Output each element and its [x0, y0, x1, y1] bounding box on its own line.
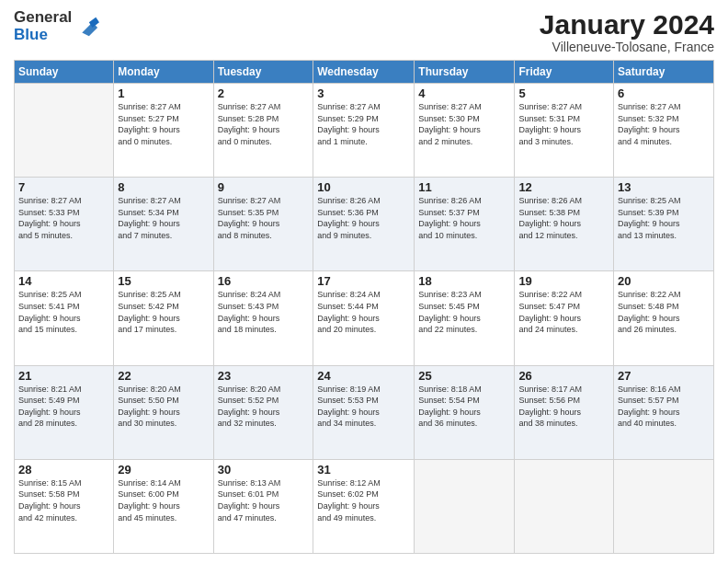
day-number: 10	[317, 180, 410, 194]
day-info: Sunrise: 8:20 AM Sunset: 5:52 PM Dayligh…	[218, 384, 310, 430]
day-number: 19	[518, 274, 609, 288]
day-number: 4	[418, 86, 510, 100]
day-number: 6	[618, 86, 710, 100]
day-number: 12	[518, 180, 609, 194]
header-wednesday: Wednesday	[313, 61, 415, 84]
day-number: 23	[218, 369, 310, 383]
calendar-cell: 4Sunrise: 8:27 AM Sunset: 5:30 PM Daylig…	[415, 84, 515, 178]
calendar-cell: 22Sunrise: 8:20 AM Sunset: 5:50 PM Dayli…	[114, 365, 213, 459]
day-info: Sunrise: 8:13 AM Sunset: 6:01 PM Dayligh…	[218, 477, 310, 523]
day-info: Sunrise: 8:27 AM Sunset: 5:35 PM Dayligh…	[218, 195, 310, 241]
day-number: 25	[418, 369, 510, 383]
day-info: Sunrise: 8:14 AM Sunset: 6:00 PM Dayligh…	[118, 477, 209, 523]
day-number: 11	[418, 180, 510, 194]
header-sunday: Sunday	[15, 61, 114, 84]
calendar-cell: 18Sunrise: 8:23 AM Sunset: 5:45 PM Dayli…	[415, 271, 515, 365]
day-number: 27	[618, 369, 710, 383]
day-number: 26	[518, 369, 609, 383]
day-number: 22	[118, 369, 209, 383]
calendar-week-0: 1Sunrise: 8:27 AM Sunset: 5:27 PM Daylig…	[15, 84, 714, 178]
page: General Blue January 2024 Villeneuve-Tol…	[0, 0, 728, 563]
day-info: Sunrise: 8:21 AM Sunset: 5:49 PM Dayligh…	[18, 384, 109, 430]
day-info: Sunrise: 8:15 AM Sunset: 5:58 PM Dayligh…	[18, 477, 109, 523]
day-info: Sunrise: 8:27 AM Sunset: 5:30 PM Dayligh…	[418, 101, 510, 147]
calendar-week-2: 14Sunrise: 8:25 AM Sunset: 5:41 PM Dayli…	[15, 271, 714, 365]
calendar-cell: 31Sunrise: 8:12 AM Sunset: 6:02 PM Dayli…	[313, 459, 415, 553]
day-number: 18	[418, 274, 510, 288]
day-info: Sunrise: 8:20 AM Sunset: 5:50 PM Dayligh…	[118, 384, 209, 430]
calendar-cell: 17Sunrise: 8:24 AM Sunset: 5:44 PM Dayli…	[313, 271, 415, 365]
day-number: 31	[317, 463, 410, 477]
day-info: Sunrise: 8:23 AM Sunset: 5:45 PM Dayligh…	[418, 289, 510, 335]
header-thursday: Thursday	[415, 61, 515, 84]
logo-general: General	[14, 9, 72, 27]
header-friday: Friday	[515, 61, 614, 84]
day-number: 8	[118, 180, 209, 194]
calendar-cell: 21Sunrise: 8:21 AM Sunset: 5:49 PM Dayli…	[15, 365, 114, 459]
title-block: January 2024 Villeneuve-Tolosane, France	[540, 9, 714, 54]
day-info: Sunrise: 8:25 AM Sunset: 5:42 PM Dayligh…	[118, 289, 209, 335]
calendar-cell: 3Sunrise: 8:27 AM Sunset: 5:29 PM Daylig…	[313, 84, 415, 178]
day-info: Sunrise: 8:26 AM Sunset: 5:37 PM Dayligh…	[418, 195, 510, 241]
day-info: Sunrise: 8:27 AM Sunset: 5:34 PM Dayligh…	[118, 195, 209, 241]
day-info: Sunrise: 8:27 AM Sunset: 5:28 PM Dayligh…	[218, 101, 310, 147]
calendar-cell: 28Sunrise: 8:15 AM Sunset: 5:58 PM Dayli…	[15, 459, 114, 553]
day-number: 7	[18, 180, 109, 194]
day-info: Sunrise: 8:26 AM Sunset: 5:38 PM Dayligh…	[518, 195, 609, 241]
calendar-cell: 5Sunrise: 8:27 AM Sunset: 5:31 PM Daylig…	[515, 84, 614, 178]
day-number: 21	[18, 369, 109, 383]
logo: General Blue	[14, 9, 99, 43]
day-number: 29	[118, 463, 209, 477]
day-info: Sunrise: 8:17 AM Sunset: 5:56 PM Dayligh…	[518, 384, 609, 430]
weekday-header-row: Sunday Monday Tuesday Wednesday Thursday…	[15, 61, 714, 84]
calendar-cell: 9Sunrise: 8:27 AM Sunset: 5:35 PM Daylig…	[213, 178, 313, 271]
day-info: Sunrise: 8:18 AM Sunset: 5:54 PM Dayligh…	[418, 384, 510, 430]
calendar-cell: 20Sunrise: 8:22 AM Sunset: 5:48 PM Dayli…	[614, 271, 714, 365]
calendar-cell: 19Sunrise: 8:22 AM Sunset: 5:47 PM Dayli…	[515, 271, 614, 365]
calendar-cell: 1Sunrise: 8:27 AM Sunset: 5:27 PM Daylig…	[114, 84, 213, 178]
calendar-cell: 2Sunrise: 8:27 AM Sunset: 5:28 PM Daylig…	[213, 84, 313, 178]
calendar-cell: 8Sunrise: 8:27 AM Sunset: 5:34 PM Daylig…	[114, 178, 213, 271]
calendar-cell: 10Sunrise: 8:26 AM Sunset: 5:36 PM Dayli…	[313, 178, 415, 271]
day-info: Sunrise: 8:27 AM Sunset: 5:32 PM Dayligh…	[618, 101, 710, 147]
calendar-cell: 14Sunrise: 8:25 AM Sunset: 5:41 PM Dayli…	[15, 271, 114, 365]
day-info: Sunrise: 8:27 AM Sunset: 5:27 PM Dayligh…	[118, 101, 209, 147]
calendar-week-4: 28Sunrise: 8:15 AM Sunset: 5:58 PM Dayli…	[15, 459, 714, 553]
day-number: 9	[218, 180, 310, 194]
calendar-table: Sunday Monday Tuesday Wednesday Thursday…	[14, 60, 714, 554]
day-number: 1	[118, 86, 209, 100]
day-number: 5	[518, 86, 609, 100]
day-info: Sunrise: 8:25 AM Sunset: 5:41 PM Dayligh…	[18, 289, 109, 335]
day-number: 30	[218, 463, 310, 477]
day-info: Sunrise: 8:24 AM Sunset: 5:44 PM Dayligh…	[317, 289, 410, 335]
calendar-cell: 7Sunrise: 8:27 AM Sunset: 5:33 PM Daylig…	[15, 178, 114, 271]
header-tuesday: Tuesday	[213, 61, 313, 84]
calendar-cell: 29Sunrise: 8:14 AM Sunset: 6:00 PM Dayli…	[114, 459, 213, 553]
day-info: Sunrise: 8:22 AM Sunset: 5:48 PM Dayligh…	[618, 289, 710, 335]
day-info: Sunrise: 8:27 AM Sunset: 5:33 PM Dayligh…	[18, 195, 109, 241]
calendar-cell	[15, 84, 114, 178]
month-title: January 2024	[540, 9, 714, 40]
calendar-week-3: 21Sunrise: 8:21 AM Sunset: 5:49 PM Dayli…	[15, 365, 714, 459]
day-info: Sunrise: 8:24 AM Sunset: 5:43 PM Dayligh…	[218, 289, 310, 335]
header-saturday: Saturday	[614, 61, 714, 84]
day-info: Sunrise: 8:12 AM Sunset: 6:02 PM Dayligh…	[317, 477, 410, 523]
day-info: Sunrise: 8:26 AM Sunset: 5:36 PM Dayligh…	[317, 195, 410, 241]
day-number: 28	[18, 463, 109, 477]
calendar-week-1: 7Sunrise: 8:27 AM Sunset: 5:33 PM Daylig…	[15, 178, 714, 271]
calendar-cell: 13Sunrise: 8:25 AM Sunset: 5:39 PM Dayli…	[614, 178, 714, 271]
day-number: 20	[618, 274, 710, 288]
calendar-cell: 25Sunrise: 8:18 AM Sunset: 5:54 PM Dayli…	[415, 365, 515, 459]
header-monday: Monday	[114, 61, 213, 84]
calendar-cell: 23Sunrise: 8:20 AM Sunset: 5:52 PM Dayli…	[213, 365, 313, 459]
calendar-cell: 27Sunrise: 8:16 AM Sunset: 5:57 PM Dayli…	[614, 365, 714, 459]
day-number: 14	[18, 274, 109, 288]
calendar-cell: 16Sunrise: 8:24 AM Sunset: 5:43 PM Dayli…	[213, 271, 313, 365]
calendar-cell: 24Sunrise: 8:19 AM Sunset: 5:53 PM Dayli…	[313, 365, 415, 459]
header: General Blue January 2024 Villeneuve-Tol…	[14, 9, 714, 54]
day-info: Sunrise: 8:19 AM Sunset: 5:53 PM Dayligh…	[317, 384, 410, 430]
calendar-cell: 12Sunrise: 8:26 AM Sunset: 5:38 PM Dayli…	[515, 178, 614, 271]
calendar-cell: 6Sunrise: 8:27 AM Sunset: 5:32 PM Daylig…	[614, 84, 714, 178]
logo-icon	[74, 14, 99, 40]
day-info: Sunrise: 8:27 AM Sunset: 5:29 PM Dayligh…	[317, 101, 410, 147]
